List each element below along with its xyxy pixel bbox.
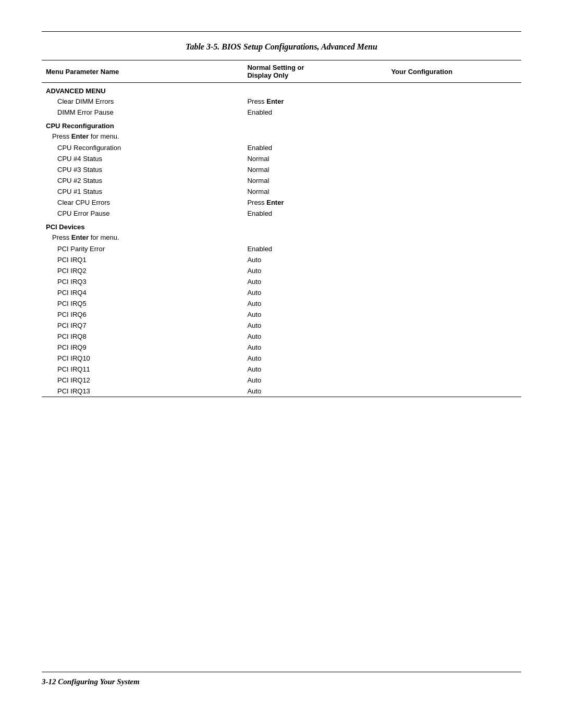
sub-header-pci-label: Press Enter for menu.	[42, 232, 521, 243]
param-name: PCI Parity Error	[42, 243, 243, 254]
param-name: Clear DIMM Errors	[42, 96, 243, 107]
param-name: CPU Error Pause	[42, 208, 243, 219]
table-title: Table 3-5. BIOS Setup Configurations, Ad…	[42, 42, 521, 52]
param-config	[387, 298, 521, 309]
table-row: CPU #3 Status Normal	[42, 164, 521, 175]
top-rule	[42, 31, 521, 32]
param-name: PCI IRQ8	[42, 331, 243, 342]
param-config	[387, 342, 521, 353]
table-row: PCI IRQ3 Auto	[42, 276, 521, 287]
param-value: Auto	[243, 342, 387, 353]
table-row: PCI IRQ13 Auto	[42, 386, 521, 397]
param-name: PCI IRQ10	[42, 353, 243, 364]
section-label-advanced: ADVANCED MENU	[42, 83, 521, 96]
param-config	[387, 107, 521, 118]
table-row: PCI Parity Error Enabled	[42, 243, 521, 254]
param-value: Auto	[243, 320, 387, 331]
param-config	[387, 265, 521, 276]
bold-enter: Enter	[71, 233, 89, 241]
table-row: PCI IRQ1 Auto	[42, 254, 521, 265]
table-row: Clear CPU Errors Press Enter	[42, 197, 521, 208]
param-value: Auto	[243, 331, 387, 342]
table-row: Clear DIMM Errors Press Enter	[42, 96, 521, 107]
param-value: Enabled	[243, 142, 387, 153]
param-name: PCI IRQ13	[42, 386, 243, 397]
table-row: PCI IRQ9 Auto	[42, 342, 521, 353]
param-value: Auto	[243, 298, 387, 309]
section-label-cpu: CPU Reconfiguration	[42, 118, 521, 131]
sub-header-pci: Press Enter for menu.	[42, 232, 521, 243]
param-config	[387, 175, 521, 186]
param-config	[387, 386, 521, 397]
param-config	[387, 208, 521, 219]
bold-enter: Enter	[266, 199, 284, 206]
param-config	[387, 375, 521, 386]
param-name: DIMM Error Pause	[42, 107, 243, 118]
table-header-row: Menu Parameter Name Normal Setting orDis…	[42, 60, 521, 83]
table-row: PCI IRQ7 Auto	[42, 320, 521, 331]
col-header-config: Your Configuration	[387, 60, 521, 83]
param-config	[387, 276, 521, 287]
param-config	[387, 153, 521, 164]
table-row: PCI IRQ8 Auto	[42, 331, 521, 342]
param-value: Auto	[243, 309, 387, 320]
param-name: CPU #3 Status	[42, 164, 243, 175]
param-value: Auto	[243, 265, 387, 276]
param-name: CPU #4 Status	[42, 153, 243, 164]
section-pci-devices: PCI Devices	[42, 219, 521, 232]
table-row: PCI IRQ4 Auto	[42, 287, 521, 298]
param-config	[387, 186, 521, 197]
param-value: Normal	[243, 186, 387, 197]
param-config	[387, 309, 521, 320]
param-value: Enabled	[243, 107, 387, 118]
param-name: PCI IRQ11	[42, 364, 243, 375]
param-config	[387, 254, 521, 265]
section-label-pci: PCI Devices	[42, 219, 521, 232]
param-name: PCI IRQ9	[42, 342, 243, 353]
sub-header-label: Press Enter for menu.	[42, 131, 521, 142]
table-row: PCI IRQ2 Auto	[42, 265, 521, 276]
param-config	[387, 96, 521, 107]
param-value: Auto	[243, 276, 387, 287]
footer-area: 3-12 Configuring Your System	[42, 672, 521, 686]
param-value: Auto	[243, 364, 387, 375]
table-row: CPU #2 Status Normal	[42, 175, 521, 186]
table-row: PCI IRQ10 Auto	[42, 353, 521, 364]
table-row: PCI IRQ11 Auto	[42, 364, 521, 375]
param-config	[387, 142, 521, 153]
table-row: DIMM Error Pause Enabled	[42, 107, 521, 118]
bold-enter: Enter	[71, 132, 89, 140]
param-value: Auto	[243, 386, 387, 397]
param-name: Clear CPU Errors	[42, 197, 243, 208]
page-container: Table 3-5. BIOS Setup Configurations, Ad…	[0, 0, 563, 728]
sub-header-cpu: Press Enter for menu.	[42, 131, 521, 142]
footer-text: 3-12 Configuring Your System	[42, 677, 140, 686]
param-config	[387, 243, 521, 254]
table-row: CPU #1 Status Normal	[42, 186, 521, 197]
param-config	[387, 197, 521, 208]
table-row: PCI IRQ6 Auto	[42, 309, 521, 320]
param-name: PCI IRQ2	[42, 265, 243, 276]
param-name: PCI IRQ6	[42, 309, 243, 320]
param-config	[387, 287, 521, 298]
param-config	[387, 320, 521, 331]
section-advanced-menu: ADVANCED MENU	[42, 83, 521, 96]
param-value: Enabled	[243, 208, 387, 219]
param-name: CPU Reconfiguration	[42, 142, 243, 153]
param-value: Normal	[243, 153, 387, 164]
table-row: CPU #4 Status Normal	[42, 153, 521, 164]
col-header-normal: Normal Setting orDisplay Only	[243, 60, 387, 83]
param-config	[387, 353, 521, 364]
param-value: Press Enter	[243, 197, 387, 208]
param-name: PCI IRQ7	[42, 320, 243, 331]
param-value: Enabled	[243, 243, 387, 254]
param-config	[387, 331, 521, 342]
param-value: Auto	[243, 287, 387, 298]
param-config	[387, 164, 521, 175]
param-name: PCI IRQ12	[42, 375, 243, 386]
param-name: PCI IRQ1	[42, 254, 243, 265]
param-name: CPU #1 Status	[42, 186, 243, 197]
param-config	[387, 364, 521, 375]
section-cpu-reconfig: CPU Reconfiguration	[42, 118, 521, 131]
param-name: PCI IRQ4	[42, 287, 243, 298]
